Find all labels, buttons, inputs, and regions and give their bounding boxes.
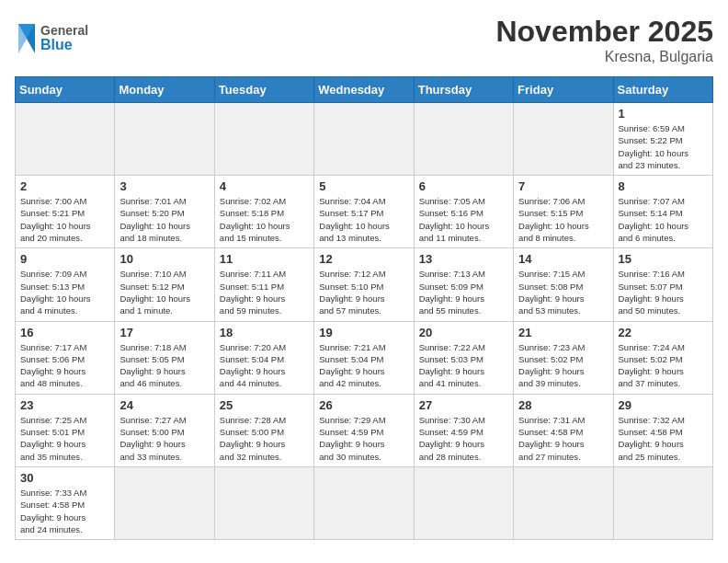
- day-info: Sunrise: 7:06 AM Sunset: 5:15 PM Dayligh…: [518, 195, 608, 244]
- weekday-header-thursday: Thursday: [414, 77, 513, 103]
- calendar-day: 20Sunrise: 7:22 AM Sunset: 5:03 PM Dayli…: [414, 321, 513, 394]
- calendar-day: 28Sunrise: 7:31 AM Sunset: 4:58 PM Dayli…: [514, 394, 613, 466]
- weekday-header-monday: Monday: [115, 77, 214, 103]
- day-info: Sunrise: 7:04 AM Sunset: 5:17 PM Dayligh…: [319, 195, 408, 244]
- calendar-week-3: 9Sunrise: 7:09 AM Sunset: 5:13 PM Daylig…: [16, 248, 713, 321]
- title-section: November 2025 Kresna, Bulgaria: [495, 15, 713, 65]
- calendar-day: 10Sunrise: 7:10 AM Sunset: 5:12 PM Dayli…: [115, 248, 214, 321]
- day-info: Sunrise: 7:28 AM Sunset: 5:00 PM Dayligh…: [220, 414, 309, 463]
- day-info: Sunrise: 7:32 AM Sunset: 4:58 PM Dayligh…: [619, 414, 708, 463]
- calendar-day: 8Sunrise: 7:07 AM Sunset: 5:14 PM Daylig…: [613, 176, 712, 248]
- day-info: Sunrise: 7:33 AM Sunset: 4:58 PM Dayligh…: [20, 487, 109, 535]
- calendar-day: 5Sunrise: 7:04 AM Sunset: 5:17 PM Daylig…: [314, 176, 414, 248]
- day-number: 9: [20, 252, 109, 266]
- page-title: November 2025: [495, 15, 713, 49]
- day-info: Sunrise: 7:20 AM Sunset: 5:04 PM Dayligh…: [220, 341, 309, 390]
- calendar-week-1: 1Sunrise: 6:59 AM Sunset: 5:22 PM Daylig…: [16, 103, 713, 176]
- calendar-day: 16Sunrise: 7:17 AM Sunset: 5:06 PM Dayli…: [16, 321, 115, 394]
- day-info: Sunrise: 7:27 AM Sunset: 5:00 PM Dayligh…: [119, 414, 209, 463]
- day-info: Sunrise: 7:16 AM Sunset: 5:07 PM Dayligh…: [619, 268, 708, 316]
- weekday-header-wednesday: Wednesday: [314, 77, 414, 103]
- day-number: 4: [220, 179, 309, 193]
- day-number: 28: [518, 398, 608, 412]
- day-info: Sunrise: 7:01 AM Sunset: 5:20 PM Dayligh…: [119, 195, 209, 244]
- day-number: 2: [20, 179, 109, 193]
- day-info: Sunrise: 7:09 AM Sunset: 5:13 PM Dayligh…: [20, 268, 109, 316]
- calendar-day: [214, 103, 313, 176]
- calendar-day: 14Sunrise: 7:15 AM Sunset: 5:08 PM Dayli…: [514, 248, 613, 321]
- day-number: 20: [419, 326, 508, 339]
- logo: General Blue: [15, 15, 97, 63]
- calendar-day: 18Sunrise: 7:20 AM Sunset: 5:04 PM Dayli…: [214, 321, 313, 394]
- calendar-day: 3Sunrise: 7:01 AM Sunset: 5:20 PM Daylig…: [115, 176, 214, 248]
- calendar-day: [414, 103, 513, 176]
- day-info: Sunrise: 7:05 AM Sunset: 5:16 PM Dayligh…: [419, 195, 508, 244]
- day-info: Sunrise: 7:00 AM Sunset: 5:21 PM Dayligh…: [20, 195, 109, 244]
- calendar-day: [214, 466, 313, 539]
- calendar-day: 15Sunrise: 7:16 AM Sunset: 5:07 PM Dayli…: [613, 248, 712, 321]
- day-info: Sunrise: 7:13 AM Sunset: 5:09 PM Dayligh…: [419, 268, 508, 316]
- logo-svg: General Blue: [15, 15, 97, 63]
- calendar-day: 2Sunrise: 7:00 AM Sunset: 5:21 PM Daylig…: [16, 176, 115, 248]
- day-info: Sunrise: 7:07 AM Sunset: 5:14 PM Dayligh…: [619, 195, 708, 244]
- day-number: 14: [518, 252, 608, 266]
- day-number: 5: [319, 179, 408, 193]
- calendar-day: 25Sunrise: 7:28 AM Sunset: 5:00 PM Dayli…: [214, 394, 313, 466]
- day-number: 7: [518, 179, 608, 193]
- day-info: Sunrise: 7:15 AM Sunset: 5:08 PM Dayligh…: [518, 268, 608, 316]
- day-number: 18: [220, 326, 309, 339]
- page-header: General Blue November 2025 Kresna, Bulga…: [15, 15, 713, 65]
- calendar-day: 29Sunrise: 7:32 AM Sunset: 4:58 PM Dayli…: [613, 394, 712, 466]
- day-number: 3: [119, 179, 209, 193]
- day-number: 30: [20, 471, 109, 485]
- calendar-day: [514, 466, 613, 539]
- day-number: 24: [119, 398, 209, 412]
- day-number: 11: [220, 252, 309, 266]
- day-number: 26: [319, 398, 408, 412]
- day-info: Sunrise: 7:25 AM Sunset: 5:01 PM Dayligh…: [20, 414, 109, 463]
- calendar-day: 1Sunrise: 6:59 AM Sunset: 5:22 PM Daylig…: [613, 103, 712, 176]
- calendar-week-5: 23Sunrise: 7:25 AM Sunset: 5:01 PM Dayli…: [16, 394, 713, 466]
- day-info: Sunrise: 7:31 AM Sunset: 4:58 PM Dayligh…: [518, 414, 608, 463]
- calendar-day: 17Sunrise: 7:18 AM Sunset: 5:05 PM Dayli…: [115, 321, 214, 394]
- weekday-header-tuesday: Tuesday: [214, 77, 313, 103]
- calendar-day: [414, 466, 513, 539]
- day-number: 1: [619, 107, 708, 121]
- calendar-day: 21Sunrise: 7:23 AM Sunset: 5:02 PM Dayli…: [514, 321, 613, 394]
- calendar-day: [314, 466, 414, 539]
- calendar-day: [115, 466, 214, 539]
- calendar-day: 12Sunrise: 7:12 AM Sunset: 5:10 PM Dayli…: [314, 248, 414, 321]
- weekday-header-friday: Friday: [514, 77, 613, 103]
- weekday-header-saturday: Saturday: [613, 77, 712, 103]
- day-number: 22: [619, 326, 708, 339]
- day-number: 15: [619, 252, 708, 266]
- calendar-day: 30Sunrise: 7:33 AM Sunset: 4:58 PM Dayli…: [16, 466, 115, 539]
- day-number: 13: [419, 252, 508, 266]
- weekday-header-row: SundayMondayTuesdayWednesdayThursdayFrid…: [16, 77, 713, 103]
- day-info: Sunrise: 7:18 AM Sunset: 5:05 PM Dayligh…: [119, 341, 209, 390]
- calendar-week-2: 2Sunrise: 7:00 AM Sunset: 5:21 PM Daylig…: [16, 176, 713, 248]
- calendar-day: 9Sunrise: 7:09 AM Sunset: 5:13 PM Daylig…: [16, 248, 115, 321]
- calendar-day: [115, 103, 214, 176]
- calendar-day: [314, 103, 414, 176]
- day-number: 17: [119, 326, 209, 339]
- day-number: 10: [119, 252, 209, 266]
- day-number: 23: [20, 398, 109, 412]
- day-info: Sunrise: 6:59 AM Sunset: 5:22 PM Dayligh…: [619, 122, 708, 171]
- day-number: 27: [419, 398, 508, 412]
- day-info: Sunrise: 7:11 AM Sunset: 5:11 PM Dayligh…: [220, 268, 309, 316]
- day-number: 12: [319, 252, 408, 266]
- calendar-day: 22Sunrise: 7:24 AM Sunset: 5:02 PM Dayli…: [613, 321, 712, 394]
- day-number: 29: [619, 398, 708, 412]
- calendar-table: SundayMondayTuesdayWednesdayThursdayFrid…: [15, 76, 713, 540]
- day-info: Sunrise: 7:22 AM Sunset: 5:03 PM Dayligh…: [419, 341, 508, 390]
- calendar-day: [16, 103, 115, 176]
- svg-text:General: General: [40, 23, 88, 38]
- day-info: Sunrise: 7:29 AM Sunset: 4:59 PM Dayligh…: [319, 414, 408, 463]
- calendar-week-6: 30Sunrise: 7:33 AM Sunset: 4:58 PM Dayli…: [16, 466, 713, 539]
- calendar-day: 11Sunrise: 7:11 AM Sunset: 5:11 PM Dayli…: [214, 248, 313, 321]
- calendar-day: 19Sunrise: 7:21 AM Sunset: 5:04 PM Dayli…: [314, 321, 414, 394]
- calendar-day: 23Sunrise: 7:25 AM Sunset: 5:01 PM Dayli…: [16, 394, 115, 466]
- day-number: 21: [518, 326, 608, 339]
- calendar-week-4: 16Sunrise: 7:17 AM Sunset: 5:06 PM Dayli…: [16, 321, 713, 394]
